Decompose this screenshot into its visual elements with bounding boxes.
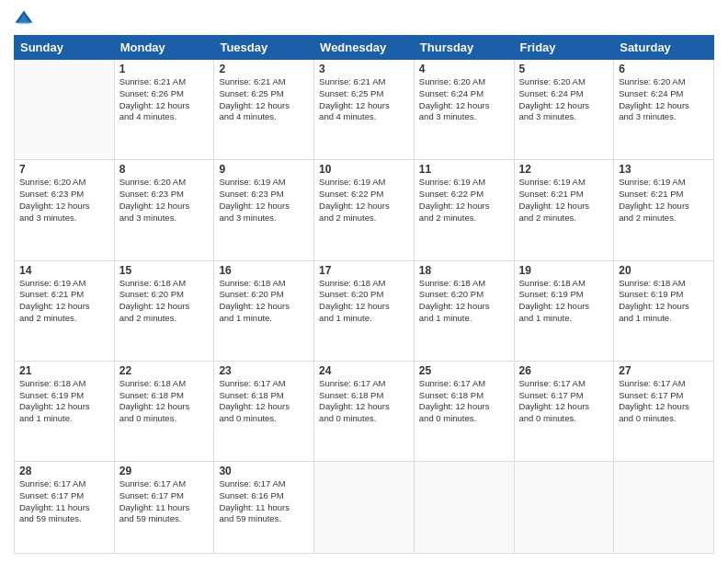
calendar-cell bbox=[514, 462, 614, 554]
day-number: 24 bbox=[319, 364, 409, 377]
calendar-cell: 28Sunrise: 6:17 AM Sunset: 6:17 PM Dayli… bbox=[15, 462, 115, 554]
calendar-cell: 12Sunrise: 6:19 AM Sunset: 6:21 PM Dayli… bbox=[514, 160, 614, 260]
col-saturday: Saturday bbox=[614, 36, 714, 60]
day-info: Sunrise: 6:18 AM Sunset: 6:19 PM Dayligh… bbox=[619, 278, 709, 325]
calendar-cell: 26Sunrise: 6:17 AM Sunset: 6:17 PM Dayli… bbox=[514, 361, 614, 461]
day-number: 15 bbox=[119, 264, 210, 277]
day-info: Sunrise: 6:18 AM Sunset: 6:20 PM Dayligh… bbox=[119, 278, 210, 325]
day-number: 12 bbox=[519, 163, 609, 176]
day-info: Sunrise: 6:18 AM Sunset: 6:19 PM Dayligh… bbox=[519, 278, 609, 325]
day-info: Sunrise: 6:19 AM Sunset: 6:21 PM Dayligh… bbox=[19, 278, 109, 325]
day-info: Sunrise: 6:18 AM Sunset: 6:20 PM Dayligh… bbox=[219, 278, 309, 325]
day-info: Sunrise: 6:18 AM Sunset: 6:20 PM Dayligh… bbox=[419, 278, 509, 325]
calendar-cell: 4Sunrise: 6:20 AM Sunset: 6:24 PM Daylig… bbox=[414, 60, 514, 160]
calendar-cell: 16Sunrise: 6:18 AM Sunset: 6:20 PM Dayli… bbox=[214, 260, 314, 361]
day-number: 8 bbox=[119, 163, 210, 176]
calendar-cell: 13Sunrise: 6:19 AM Sunset: 6:21 PM Dayli… bbox=[614, 160, 714, 260]
day-info: Sunrise: 6:18 AM Sunset: 6:19 PM Dayligh… bbox=[19, 378, 109, 425]
calendar-cell: 24Sunrise: 6:17 AM Sunset: 6:18 PM Dayli… bbox=[314, 361, 415, 461]
day-info: Sunrise: 6:17 AM Sunset: 6:18 PM Dayligh… bbox=[319, 378, 409, 425]
calendar-cell: 15Sunrise: 6:18 AM Sunset: 6:20 PM Dayli… bbox=[114, 260, 214, 361]
day-number: 23 bbox=[219, 364, 309, 377]
day-number: 7 bbox=[19, 163, 109, 176]
calendar-week-4: 21Sunrise: 6:18 AM Sunset: 6:19 PM Dayli… bbox=[15, 361, 714, 461]
calendar-cell bbox=[15, 60, 115, 160]
day-number: 4 bbox=[419, 63, 509, 75]
day-info: Sunrise: 6:19 AM Sunset: 6:21 PM Dayligh… bbox=[619, 177, 709, 224]
col-sunday: Sunday bbox=[15, 36, 115, 60]
col-monday: Monday bbox=[114, 36, 214, 60]
day-number: 1 bbox=[119, 63, 210, 75]
day-number: 3 bbox=[319, 63, 409, 75]
day-number: 29 bbox=[119, 465, 210, 477]
calendar-week-5: 28Sunrise: 6:17 AM Sunset: 6:17 PM Dayli… bbox=[15, 462, 714, 554]
calendar-cell: 27Sunrise: 6:17 AM Sunset: 6:17 PM Dayli… bbox=[614, 361, 714, 461]
day-info: Sunrise: 6:18 AM Sunset: 6:20 PM Dayligh… bbox=[319, 278, 409, 325]
calendar-cell bbox=[414, 462, 514, 554]
day-info: Sunrise: 6:17 AM Sunset: 6:18 PM Dayligh… bbox=[219, 378, 309, 425]
calendar-cell: 19Sunrise: 6:18 AM Sunset: 6:19 PM Dayli… bbox=[514, 260, 614, 361]
day-number: 11 bbox=[419, 163, 509, 176]
calendar-cell: 6Sunrise: 6:20 AM Sunset: 6:24 PM Daylig… bbox=[614, 60, 714, 160]
calendar-cell: 20Sunrise: 6:18 AM Sunset: 6:19 PM Dayli… bbox=[614, 260, 714, 361]
calendar-cell: 1Sunrise: 6:21 AM Sunset: 6:26 PM Daylig… bbox=[114, 60, 214, 160]
calendar-cell: 2Sunrise: 6:21 AM Sunset: 6:25 PM Daylig… bbox=[214, 60, 314, 160]
day-number: 13 bbox=[619, 163, 709, 176]
calendar-cell: 30Sunrise: 6:17 AM Sunset: 6:16 PM Dayli… bbox=[214, 462, 314, 554]
day-number: 27 bbox=[619, 364, 709, 377]
day-info: Sunrise: 6:17 AM Sunset: 6:17 PM Dayligh… bbox=[19, 478, 109, 525]
day-number: 14 bbox=[19, 264, 109, 277]
calendar-header-row: Sunday Monday Tuesday Wednesday Thursday… bbox=[15, 36, 714, 60]
day-info: Sunrise: 6:19 AM Sunset: 6:21 PM Dayligh… bbox=[519, 177, 609, 224]
day-number: 5 bbox=[519, 63, 609, 75]
day-number: 19 bbox=[519, 264, 609, 277]
day-info: Sunrise: 6:19 AM Sunset: 6:22 PM Dayligh… bbox=[319, 177, 409, 224]
day-info: Sunrise: 6:20 AM Sunset: 6:23 PM Dayligh… bbox=[119, 177, 210, 224]
col-thursday: Thursday bbox=[414, 36, 514, 60]
calendar-cell: 25Sunrise: 6:17 AM Sunset: 6:18 PM Dayli… bbox=[414, 361, 514, 461]
day-number: 17 bbox=[319, 264, 409, 277]
day-number: 6 bbox=[619, 63, 709, 75]
calendar-cell: 22Sunrise: 6:18 AM Sunset: 6:18 PM Dayli… bbox=[114, 361, 214, 461]
day-info: Sunrise: 6:17 AM Sunset: 6:16 PM Dayligh… bbox=[219, 478, 309, 525]
calendar-week-3: 14Sunrise: 6:19 AM Sunset: 6:21 PM Dayli… bbox=[15, 260, 714, 361]
calendar-cell: 3Sunrise: 6:21 AM Sunset: 6:25 PM Daylig… bbox=[314, 60, 415, 160]
calendar-cell: 10Sunrise: 6:19 AM Sunset: 6:22 PM Dayli… bbox=[314, 160, 415, 260]
day-info: Sunrise: 6:20 AM Sunset: 6:23 PM Dayligh… bbox=[19, 177, 109, 224]
calendar-cell: 14Sunrise: 6:19 AM Sunset: 6:21 PM Dayli… bbox=[15, 260, 115, 361]
day-info: Sunrise: 6:21 AM Sunset: 6:25 PM Dayligh… bbox=[219, 76, 309, 123]
day-info: Sunrise: 6:20 AM Sunset: 6:24 PM Dayligh… bbox=[419, 76, 509, 123]
calendar-cell: 18Sunrise: 6:18 AM Sunset: 6:20 PM Dayli… bbox=[414, 260, 514, 361]
col-friday: Friday bbox=[514, 36, 614, 60]
day-info: Sunrise: 6:19 AM Sunset: 6:23 PM Dayligh… bbox=[219, 177, 309, 224]
day-number: 21 bbox=[19, 364, 109, 377]
calendar-cell: 9Sunrise: 6:19 AM Sunset: 6:23 PM Daylig… bbox=[214, 160, 314, 260]
day-number: 20 bbox=[619, 264, 709, 277]
day-number: 22 bbox=[119, 364, 210, 377]
day-info: Sunrise: 6:20 AM Sunset: 6:24 PM Dayligh… bbox=[619, 76, 709, 123]
day-info: Sunrise: 6:21 AM Sunset: 6:26 PM Dayligh… bbox=[119, 76, 210, 123]
calendar-cell: 5Sunrise: 6:20 AM Sunset: 6:24 PM Daylig… bbox=[514, 60, 614, 160]
day-number: 25 bbox=[419, 364, 509, 377]
day-info: Sunrise: 6:18 AM Sunset: 6:18 PM Dayligh… bbox=[119, 378, 210, 425]
calendar-week-2: 7Sunrise: 6:20 AM Sunset: 6:23 PM Daylig… bbox=[15, 160, 714, 260]
calendar-cell: 7Sunrise: 6:20 AM Sunset: 6:23 PM Daylig… bbox=[15, 160, 115, 260]
day-info: Sunrise: 6:20 AM Sunset: 6:24 PM Dayligh… bbox=[519, 76, 609, 123]
day-number: 28 bbox=[19, 465, 109, 477]
calendar-cell bbox=[614, 462, 714, 554]
day-number: 18 bbox=[419, 264, 509, 277]
calendar-cell: 21Sunrise: 6:18 AM Sunset: 6:19 PM Dayli… bbox=[15, 361, 115, 461]
day-number: 2 bbox=[219, 63, 309, 75]
col-tuesday: Tuesday bbox=[214, 36, 314, 60]
calendar-cell: 11Sunrise: 6:19 AM Sunset: 6:22 PM Dayli… bbox=[414, 160, 514, 260]
day-info: Sunrise: 6:17 AM Sunset: 6:18 PM Dayligh… bbox=[419, 378, 509, 425]
page-header bbox=[14, 9, 714, 29]
day-info: Sunrise: 6:17 AM Sunset: 6:17 PM Dayligh… bbox=[619, 378, 709, 425]
calendar-cell: 17Sunrise: 6:18 AM Sunset: 6:20 PM Dayli… bbox=[314, 260, 415, 361]
calendar-week-1: 1Sunrise: 6:21 AM Sunset: 6:26 PM Daylig… bbox=[15, 60, 714, 160]
day-info: Sunrise: 6:21 AM Sunset: 6:25 PM Dayligh… bbox=[319, 76, 409, 123]
calendar: Sunday Monday Tuesday Wednesday Thursday… bbox=[14, 35, 714, 554]
calendar-cell: 29Sunrise: 6:17 AM Sunset: 6:17 PM Dayli… bbox=[114, 462, 214, 554]
logo bbox=[14, 9, 38, 29]
day-info: Sunrise: 6:17 AM Sunset: 6:17 PM Dayligh… bbox=[519, 378, 609, 425]
